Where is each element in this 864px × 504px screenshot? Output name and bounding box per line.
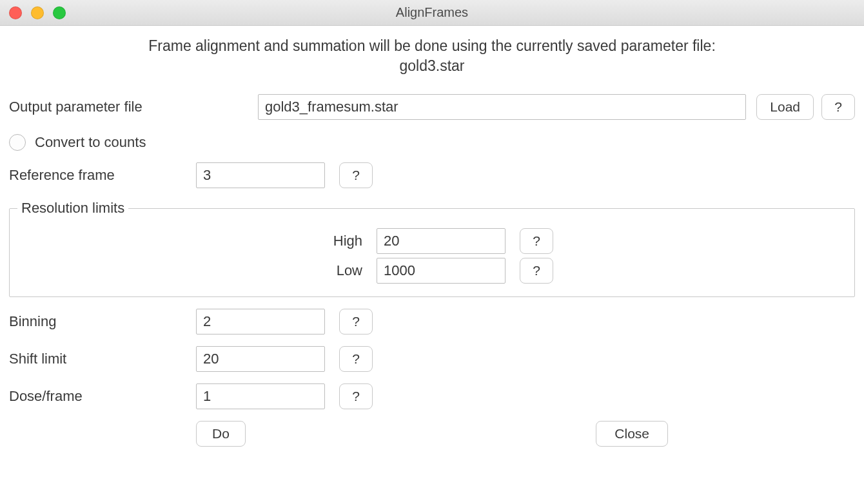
do-button[interactable]: Do [196,421,246,447]
reference-help-button[interactable]: ? [339,162,373,188]
window-title: AlignFrames [396,5,468,20]
output-help-button[interactable]: ? [821,94,855,120]
header-line1: Frame alignment and summation will be do… [148,37,716,54]
close-button[interactable]: Close [596,421,668,447]
shift-limit-input[interactable] [196,346,325,372]
close-window-icon[interactable] [9,6,22,19]
resolution-low-input[interactable] [377,258,506,284]
dose-label: Dose/frame [9,388,196,405]
resolution-low-label: Low [311,262,362,279]
zoom-window-icon[interactable] [53,6,66,19]
window-controls [9,6,66,19]
resolution-high-help-button[interactable]: ? [520,228,553,254]
resolution-low-help-button[interactable]: ? [520,258,553,284]
titlebar: AlignFrames [0,0,864,26]
reference-label: Reference frame [9,167,196,184]
reference-frame-input[interactable] [196,162,325,188]
shift-help-button[interactable]: ? [339,346,373,372]
binning-input[interactable] [196,309,325,334]
resolution-high-label: High [311,233,362,249]
convert-to-counts-radio[interactable] [9,134,26,151]
minimize-window-icon[interactable] [31,6,44,19]
binning-help-button[interactable]: ? [339,309,373,334]
resolution-legend: Resolution limits [17,200,128,217]
resolution-limits-group: Resolution limits High ? Low ? [9,200,855,297]
shift-label: Shift limit [9,351,196,367]
header-line2: gold3.star [399,57,464,74]
convert-to-counts-label: Convert to counts [35,134,146,151]
binning-label: Binning [9,313,196,330]
header-message: Frame alignment and summation will be do… [9,36,855,76]
output-file-input[interactable] [258,94,746,120]
resolution-high-input[interactable] [377,228,506,254]
dose-help-button[interactable]: ? [339,383,373,409]
dose-frame-input[interactable] [196,383,325,409]
load-button[interactable]: Load [756,94,814,120]
output-label: Output parameter file [9,99,258,115]
